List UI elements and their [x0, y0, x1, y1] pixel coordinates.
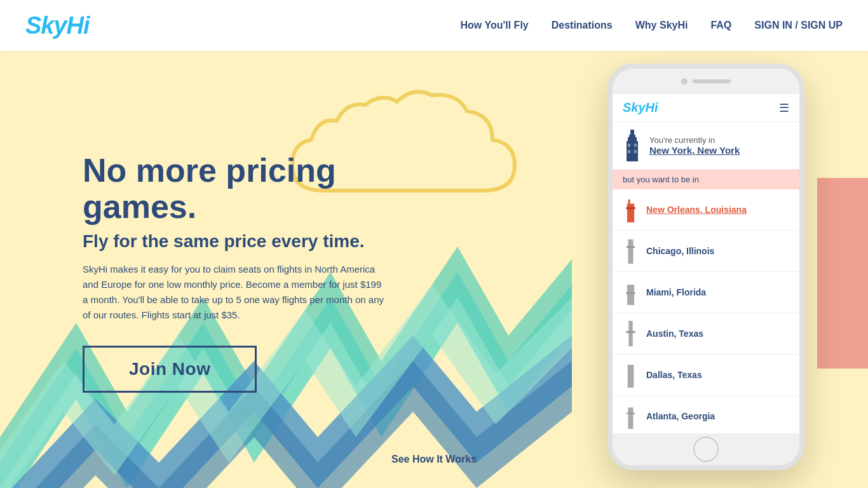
- destination-item[interactable]: Austin, Texas: [613, 313, 799, 355]
- hero-section: No more pricing games. Fly for the same …: [0, 51, 868, 488]
- destination-item[interactable]: Chicago, Illinois: [613, 231, 799, 272]
- hero-content: No more pricing games. Fly for the same …: [83, 152, 388, 393]
- dest-name: Atlanta, Georgia: [646, 411, 715, 421]
- hamburger-icon[interactable]: ☰: [779, 101, 789, 115]
- logo[interactable]: SkyHi: [25, 12, 90, 39]
- nav-how-fly[interactable]: How You'll Fly: [461, 20, 529, 31]
- header: SkyHi How You'll Fly Destinations Why Sk…: [0, 0, 868, 51]
- phone-speaker: [693, 79, 731, 83]
- svg-rect-19: [626, 292, 635, 294]
- svg-rect-10: [634, 144, 637, 147]
- phone-app-header: SkyHi ☰: [613, 94, 799, 122]
- phone-app-logo: SkyHi: [623, 100, 658, 115]
- phone-home-button[interactable]: [693, 437, 719, 462]
- dest-name: New Orleans, Louisiana: [646, 205, 747, 215]
- dest-name: Chicago, Illinois: [646, 246, 714, 256]
- current-location-row: You're currently in New York, New York: [613, 122, 799, 170]
- phone-top-bar: [613, 69, 799, 94]
- join-now-button[interactable]: Join Now: [83, 346, 257, 393]
- svg-rect-11: [628, 150, 630, 153]
- svg-rect-20: [628, 321, 632, 346]
- svg-rect-24: [627, 412, 635, 414]
- but-row: but you want to be in: [613, 170, 799, 189]
- svg-rect-9: [628, 144, 630, 147]
- svg-rect-17: [627, 246, 635, 248]
- phone-mockup: SkyHi ☰: [607, 64, 804, 470]
- destination-item[interactable]: New Orleans, Louisiana: [613, 189, 799, 231]
- hero-title: No more pricing games.: [83, 152, 388, 225]
- svg-rect-13: [628, 200, 630, 203]
- svg-rect-21: [626, 331, 635, 333]
- destination-item[interactable]: Dallas, Texas: [613, 355, 799, 396]
- svg-rect-22: [628, 365, 634, 388]
- dest-name: Dallas, Texas: [646, 370, 702, 380]
- svg-rect-23: [628, 407, 634, 429]
- deco-right-bar: [817, 178, 868, 369]
- phone-camera: [681, 78, 688, 85]
- dest-name: Austin, Texas: [646, 329, 703, 339]
- phone-bottom-bar: [613, 433, 799, 465]
- current-location-text: You're currently in New York, New York: [649, 135, 740, 156]
- nav-faq[interactable]: FAQ: [710, 20, 731, 31]
- new-york-icon: [623, 130, 642, 161]
- hero-subtitle: Fly for the same price every time.: [83, 231, 388, 252]
- phone-frame: SkyHi ☰: [607, 64, 804, 470]
- destination-item[interactable]: Atlanta, Georgia: [613, 396, 799, 433]
- svg-rect-16: [628, 240, 634, 264]
- see-how-link[interactable]: See How It Works: [391, 454, 477, 465]
- svg-rect-18: [627, 285, 634, 305]
- main-nav: How You'll Fly Destinations Why SkyHi FA…: [461, 20, 843, 31]
- nav-signin[interactable]: SIGN IN / SIGN UP: [754, 20, 843, 31]
- svg-rect-5: [630, 130, 634, 135]
- nav-why-skyhi[interactable]: Why SkyHi: [635, 20, 688, 31]
- svg-rect-6: [629, 135, 635, 137]
- nav-destinations[interactable]: Destinations: [552, 20, 613, 31]
- phone-screen: SkyHi ☰: [613, 94, 799, 433]
- svg-rect-12: [634, 150, 637, 153]
- destination-list: New Orleans, Louisiana Chicago, Illinois…: [613, 189, 799, 433]
- svg-rect-15: [626, 207, 635, 209]
- hero-body: SkyHi makes it easy for you to claim sea…: [83, 262, 388, 323]
- destination-item[interactable]: Miami, Florida: [613, 272, 799, 313]
- dest-name: Miami, Florida: [646, 287, 706, 297]
- svg-rect-7: [628, 137, 637, 141]
- svg-rect-14: [627, 203, 634, 222]
